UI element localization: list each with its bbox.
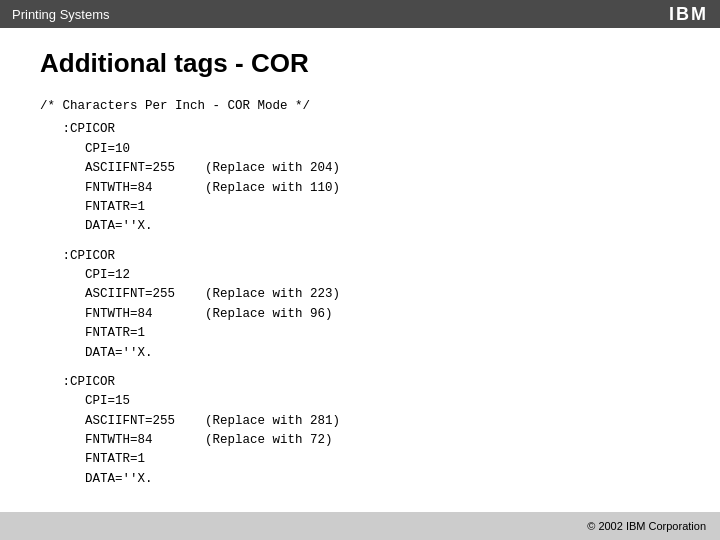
ibm-logo: IBM <box>669 4 708 25</box>
page-title: Additional tags - COR <box>40 48 680 79</box>
footer-copyright: © 2002 IBM Corporation <box>587 520 706 532</box>
code-line-3-4: FNTATR=1 <box>40 450 680 469</box>
code-line-2-1: CPI=12 <box>40 266 680 285</box>
code-line-3-5: DATA=''X. <box>40 470 680 489</box>
code-comment: /* Characters Per Inch - COR Mode */ <box>40 97 680 116</box>
code-block: /* Characters Per Inch - COR Mode */ :CP… <box>40 97 680 489</box>
code-line-1-1: CPI=10 <box>40 140 680 159</box>
main-content: Additional tags - COR /* Characters Per … <box>0 28 720 512</box>
code-line-3-2: ASCIIFNT=255 (Replace with 281) <box>40 412 680 431</box>
code-line-1-3: FNTWTH=84 (Replace with 110) <box>40 179 680 198</box>
code-label-1: :CPICOR <box>40 120 680 139</box>
top-bar-title: Printing Systems <box>12 7 110 22</box>
code-line-2-2: ASCIIFNT=255 (Replace with 223) <box>40 285 680 304</box>
code-label-3: :CPICOR <box>40 373 680 392</box>
code-line-1-2: ASCIIFNT=255 (Replace with 204) <box>40 159 680 178</box>
code-line-1-5: DATA=''X. <box>40 217 680 236</box>
code-line-3-3: FNTWTH=84 (Replace with 72) <box>40 431 680 450</box>
code-line-3-1: CPI=15 <box>40 392 680 411</box>
code-line-2-5: DATA=''X. <box>40 344 680 363</box>
code-label-2: :CPICOR <box>40 247 680 266</box>
code-line-2-3: FNTWTH=84 (Replace with 96) <box>40 305 680 324</box>
footer: © 2002 IBM Corporation <box>0 512 720 540</box>
code-line-2-4: FNTATR=1 <box>40 324 680 343</box>
code-line-1-4: FNTATR=1 <box>40 198 680 217</box>
top-bar: Printing Systems IBM <box>0 0 720 28</box>
